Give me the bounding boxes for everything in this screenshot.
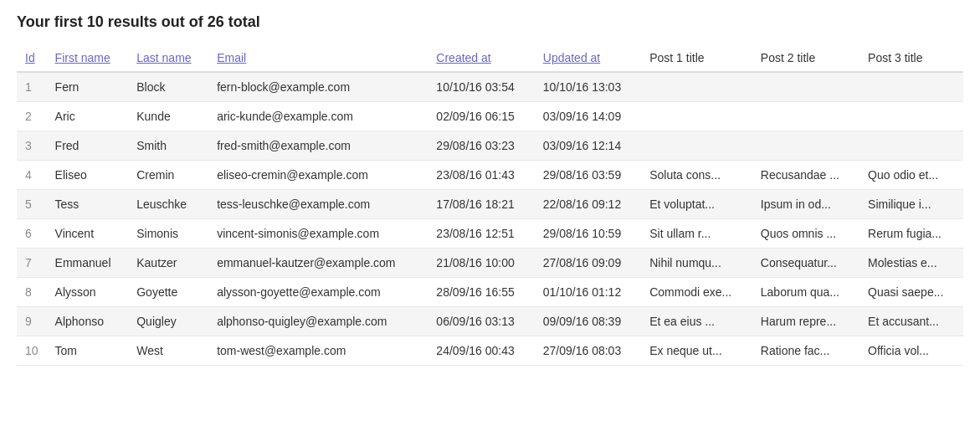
cell-id: 8 [17, 278, 47, 307]
cell-id: 2 [17, 102, 47, 131]
cell-updated_at: 29/08/16 10:59 [535, 219, 641, 249]
cell-id: 10 [17, 336, 47, 366]
cell-email: alphonso-quigley@example.com [208, 307, 428, 336]
cell-email: aric-kunde@example.com [208, 102, 428, 131]
cell-updated_at: 27/09/16 08:03 [535, 336, 641, 366]
results-table: IdFirst nameLast nameEmailCreated atUpda… [17, 44, 963, 366]
cell-updated_at: 29/08/16 03:59 [535, 161, 641, 190]
cell-updated_at: 10/10/16 13:03 [535, 72, 641, 102]
cell-post2: Quos omnis ... [752, 219, 859, 249]
cell-updated_at: 03/09/16 14:09 [535, 102, 641, 131]
cell-post1: Commodi exe... [641, 278, 752, 307]
cell-last_name: Smith [128, 131, 208, 161]
column-header-email[interactable]: Email [217, 51, 246, 64]
cell-first_name: Aric [47, 102, 129, 131]
cell-last_name: Simonis [128, 219, 208, 249]
cell-last_name: Leuschke [128, 190, 208, 219]
cell-email: fred-smith@example.com [208, 131, 428, 161]
cell-email: emmanuel-kautzer@example.com [208, 249, 428, 278]
table-row: 9AlphonsoQuigleyalphonso-quigley@example… [17, 307, 963, 336]
cell-post1: Et ea eius ... [641, 307, 752, 336]
table-row: 5TessLeuschketess-leuschke@example.com17… [17, 190, 963, 219]
cell-email: fern-block@example.com [208, 72, 428, 102]
cell-post3: Rerum fugia... [859, 219, 963, 249]
page-title: Your first 10 results out of 26 total [17, 13, 963, 31]
cell-post3: Quasi saepe... [859, 278, 963, 307]
column-header-post1: Post 1 title [641, 44, 752, 72]
column-header-updated_at[interactable]: Updated at [543, 51, 601, 64]
column-header-last_name[interactable]: Last name [136, 51, 191, 64]
cell-first_name: Vincent [47, 219, 129, 249]
cell-post2: Ratione fac... [752, 336, 859, 366]
cell-email: alysson-goyette@example.com [208, 278, 428, 307]
cell-post1: Nihil numqu... [641, 249, 752, 278]
cell-created_at: 02/09/16 06:15 [428, 102, 534, 131]
cell-first_name: Alysson [47, 278, 129, 307]
column-header-created_at[interactable]: Created at [436, 51, 490, 64]
cell-post3 [859, 131, 963, 161]
cell-post2: Laborum qua... [752, 278, 859, 307]
cell-post3: Et accusant... [859, 307, 963, 336]
cell-updated_at: 27/08/16 09:09 [535, 249, 641, 278]
table-header-row: IdFirst nameLast nameEmailCreated atUpda… [17, 44, 963, 72]
cell-last_name: Block [128, 72, 208, 102]
cell-id: 1 [17, 72, 47, 102]
cell-updated_at: 09/09/16 08:39 [535, 307, 641, 336]
cell-id: 5 [17, 190, 47, 219]
cell-last_name: Quigley [128, 307, 208, 336]
cell-last_name: Cremin [128, 161, 208, 190]
cell-post3: Officia vol... [859, 336, 963, 366]
cell-created_at: 21/08/16 10:00 [428, 249, 534, 278]
cell-post1 [641, 72, 752, 102]
cell-updated_at: 03/09/16 12:14 [535, 131, 641, 161]
cell-first_name: Tom [47, 336, 129, 366]
cell-post1: Sit ullam r... [641, 219, 752, 249]
cell-created_at: 23/08/16 01:43 [428, 161, 534, 190]
cell-post2 [752, 102, 859, 131]
cell-created_at: 17/08/16 18:21 [428, 190, 534, 219]
cell-post3 [859, 72, 963, 102]
cell-created_at: 10/10/16 03:54 [428, 72, 534, 102]
cell-email: vincent-simonis@example.com [208, 219, 428, 249]
cell-post1: Soluta cons... [641, 161, 752, 190]
cell-id: 9 [17, 307, 47, 336]
column-header-post3: Post 3 title [859, 44, 963, 72]
cell-first_name: Tess [47, 190, 129, 219]
cell-id: 7 [17, 249, 47, 278]
cell-updated_at: 01/10/16 01:12 [535, 278, 641, 307]
cell-first_name: Fred [47, 131, 129, 161]
cell-post2: Ipsum in od... [752, 190, 859, 219]
table-row: 3FredSmithfred-smith@example.com29/08/16… [17, 131, 963, 161]
cell-created_at: 24/09/16 00:43 [428, 336, 534, 366]
cell-created_at: 06/09/16 03:13 [428, 307, 534, 336]
cell-post2 [752, 131, 859, 161]
cell-first_name: Fern [47, 72, 129, 102]
table-row: 2AricKundearic-kunde@example.com02/09/16… [17, 102, 963, 131]
table-row: 10TomWesttom-west@example.com24/09/16 00… [17, 336, 963, 366]
cell-updated_at: 22/08/16 09:12 [535, 190, 641, 219]
cell-post2 [752, 72, 859, 102]
cell-last_name: Goyette [128, 278, 208, 307]
cell-post1 [641, 131, 752, 161]
cell-post1: Ex neque ut... [641, 336, 752, 366]
cell-created_at: 28/09/16 16:55 [428, 278, 534, 307]
cell-post2: Recusandae ... [752, 161, 859, 190]
cell-email: tess-leuschke@example.com [208, 190, 428, 219]
cell-post2: Consequatur... [752, 249, 859, 278]
table-body: 1FernBlockfern-block@example.com10/10/16… [17, 72, 963, 366]
table-row: 7EmmanuelKautzeremmanuel-kautzer@example… [17, 249, 963, 278]
table-row: 8AlyssonGoyettealysson-goyette@example.c… [17, 278, 963, 307]
column-header-id[interactable]: Id [25, 51, 35, 64]
cell-email: eliseo-cremin@example.com [208, 161, 428, 190]
cell-post1 [641, 102, 752, 131]
table-row: 1FernBlockfern-block@example.com10/10/16… [17, 72, 963, 102]
cell-post3: Quo odio et... [859, 161, 963, 190]
cell-last_name: West [128, 336, 208, 366]
column-header-first_name[interactable]: First name [55, 51, 110, 64]
cell-post3: Similique i... [859, 190, 963, 219]
cell-first_name: Alphonso [47, 307, 129, 336]
cell-post1: Et voluptat... [641, 190, 752, 219]
column-header-post2: Post 2 title [752, 44, 859, 72]
table-row: 6VincentSimonisvincent-simonis@example.c… [17, 219, 963, 249]
cell-first_name: Emmanuel [47, 249, 129, 278]
